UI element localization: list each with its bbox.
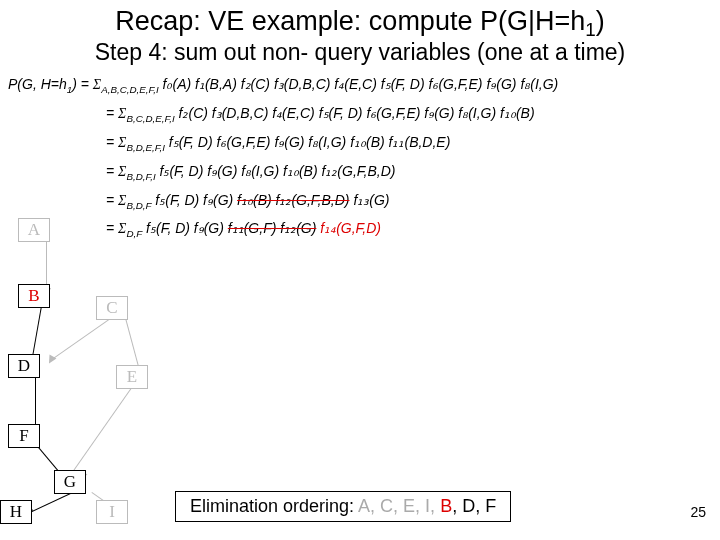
bayes-net-graph: A B C D E F G H I xyxy=(0,210,200,530)
sum-sub-0: A,B,C,D,E,F,I xyxy=(101,84,159,95)
eq-line-1: = ΣB,C,D,E,F,I f₂(C) f₃(D,B,C) f₄(E,C) f… xyxy=(106,105,720,124)
title-sub: 1 xyxy=(585,19,596,40)
node-e: E xyxy=(116,365,148,389)
elimination-ordering-box: Elimination ordering: A, C, E, I, B, D, … xyxy=(175,491,511,522)
sum-sub-3: B,D,F,I xyxy=(126,171,155,182)
eq-body-2: f₅(F, D) f₆(G,F,E) f₉(G) f₈(I,G) f₁₀(B) … xyxy=(169,134,451,150)
slide-title: Recap: VE example: compute P(G|H=h1) xyxy=(0,0,720,41)
node-c: C xyxy=(96,296,128,320)
node-a: A xyxy=(18,218,50,242)
footer-gray: A, C, E, I, xyxy=(358,496,440,516)
slide-subtitle: Step 4: sum out non- query variables (on… xyxy=(0,39,720,66)
eq-body-1: f₂(C) f₃(D,B,C) f₄(E,C) f₅(F, D) f₆(G,F,… xyxy=(179,105,535,121)
node-i: I xyxy=(96,500,128,524)
node-g: G xyxy=(54,470,86,494)
footer-rest: , D, F xyxy=(452,496,496,516)
eq-body-3: f₅(F, D) f₉(G) f₈(I,G) f₁₀(B) f₁₂(G,F,B,… xyxy=(160,163,396,179)
page-number: 25 xyxy=(690,504,706,520)
edge-e-g xyxy=(69,387,132,476)
footer-red: B xyxy=(440,496,452,516)
footer-label: Elimination ordering: xyxy=(190,496,358,516)
eq-body-0: f₀(A) f₁(B,A) f₂(C) f₃(D,B,C) f₄(E,C) f₅… xyxy=(163,76,559,92)
sum-sub-1: B,C,D,E,F,I xyxy=(126,113,174,124)
sum-sub-4: B,D,F xyxy=(126,199,151,210)
node-f: F xyxy=(8,424,40,448)
eq4-p1: f₁₀(B) f₁₂(G,F,B,D) xyxy=(237,192,349,208)
node-b: B xyxy=(18,284,50,308)
node-h: H xyxy=(0,500,32,524)
title-expr: P(G|H=h xyxy=(480,6,585,36)
node-d: D xyxy=(8,354,40,378)
eq4-p0: f₅(F, D) f₉(G) xyxy=(155,192,237,208)
eq-line-0: P(G, H=h1) = ΣA,B,C,D,E,F,I f₀(A) f₁(B,A… xyxy=(8,76,720,95)
eq-line-3: = ΣB,D,F,I f₅(F, D) f₉(G) f₈(I,G) f₁₀(B)… xyxy=(106,163,720,182)
eq5-p3: f₁₄(G,F,D) xyxy=(320,220,381,236)
eq-line-2: = ΣB,D,E,F,I f₅(F, D) f₆(G,F,E) f₉(G) f₈… xyxy=(106,134,720,153)
sum-sub-2: B,D,E,F,I xyxy=(126,142,164,153)
eq-line-4: = ΣB,D,F f₅(F, D) f₉(G) f₁₀(B) f₁₂(G,F,B… xyxy=(106,192,720,211)
eq5-p1: f₁₁(G,F) f₁₂(G) xyxy=(228,220,317,236)
title-text: Recap: VE example: compute xyxy=(115,6,480,36)
title-post: ) xyxy=(596,6,605,36)
eq4-p2: f₁₃(G) xyxy=(350,192,390,208)
edge-c-d xyxy=(52,317,112,359)
eq-lhs: P(G, H=h xyxy=(8,76,67,92)
